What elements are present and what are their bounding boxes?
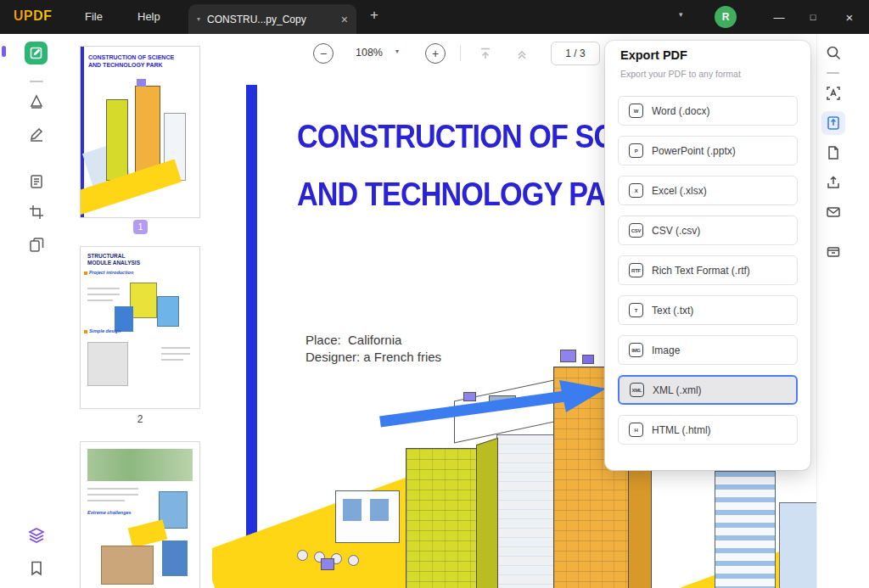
thumb-art-shape <box>137 79 146 87</box>
format-list: W Word (.docx) P PowerPoint (.pptx) X Ex… <box>618 96 798 455</box>
thumb3-caption: Extreme challenges <box>87 510 132 515</box>
building-side-shape <box>476 438 498 588</box>
format-csv-button[interactable]: CSV CSV (.csv) <box>618 216 798 245</box>
edit-pen-tool-icon[interactable] <box>26 124 47 144</box>
bullet-dot <box>84 272 87 275</box>
thumb-photo <box>101 546 154 585</box>
archive-box-icon[interactable] <box>825 243 842 260</box>
search-icon[interactable] <box>825 44 842 61</box>
format-label: Text (.txt) <box>652 305 693 316</box>
rail-divider <box>26 71 47 92</box>
format-image-button[interactable]: IMG Image <box>618 335 798 365</box>
collapse-toolbar-icon[interactable] <box>477 45 494 62</box>
cube-shape <box>560 350 576 362</box>
thumb2-bullet-2: Simple design <box>89 328 121 333</box>
mail-icon[interactable] <box>825 204 842 221</box>
thumbnail-1-badge: 1 <box>133 220 148 234</box>
image-icon: IMG <box>629 343 643 357</box>
thumb-photo <box>87 449 193 481</box>
avatar[interactable]: R <box>715 6 737 28</box>
format-txt-button[interactable]: T Text (.txt) <box>618 295 798 325</box>
layers-icon[interactable] <box>26 525 47 546</box>
zoom-caret-icon[interactable]: ▾ <box>395 48 399 55</box>
format-excel-button[interactable]: X Excel (.xlsx) <box>618 176 798 205</box>
thumb-art-shape <box>157 296 179 327</box>
tab-title: CONSTRU...py_Copy <box>207 14 334 25</box>
format-label: Image <box>652 344 680 356</box>
building-shape <box>715 471 776 588</box>
right-tool-rail <box>816 34 869 588</box>
export-pdf-panel: Export PDF Export your PDF to any format… <box>605 41 810 470</box>
format-html-button[interactable]: H HTML (.html) <box>618 415 798 445</box>
format-label: Word (.docx) <box>652 105 709 117</box>
thumbnail-panel: CONSTRUCTION OF SCIENCE AND TECHNOLOGY P… <box>73 34 212 588</box>
tank-shape <box>348 555 359 566</box>
thumbnail-page-2[interactable]: STRUCTURAL MODULE ANALYSIS Project intro… <box>81 247 199 408</box>
format-label: CSV (.csv) <box>652 225 700 237</box>
page-indicator[interactable]: 1 / 3 <box>551 42 600 65</box>
stamp-tool-icon[interactable] <box>26 92 47 112</box>
thumb-text-line <box>87 494 138 496</box>
panel-indicator-dot <box>2 46 6 57</box>
updf-logo: UPDF <box>14 8 53 24</box>
html-icon: H <box>629 423 643 437</box>
zoom-level[interactable]: 108% <box>348 47 390 59</box>
crop-tool-icon[interactable] <box>26 202 47 222</box>
updf-window: UPDF File Help ▾ CONSTRU...py_Copy × + ▾… <box>0 0 869 588</box>
building-shape <box>406 448 477 588</box>
export-panel-title: Export PDF <box>620 48 687 62</box>
thumb-text-line <box>87 488 138 490</box>
csv-icon: CSV <box>629 223 643 238</box>
cube-shape <box>321 558 334 570</box>
document-tab[interactable]: ▾ CONSTRU...py_Copy × <box>188 4 356 34</box>
thumb-text-line <box>161 353 190 355</box>
thumbnail-page-1[interactable]: CONSTRUCTION OF SCIENCE AND TECHNOLOGY P… <box>81 47 199 217</box>
xml-icon: XML <box>630 383 644 397</box>
rtf-icon: RTF <box>629 263 643 277</box>
maximize-button[interactable]: □ <box>796 0 830 34</box>
scroll-top-icon[interactable] <box>513 45 530 62</box>
format-word-button[interactable]: W Word (.docx) <box>618 96 798 126</box>
format-label: Rich Text Format (.rtf) <box>652 265 750 277</box>
thumb-photo <box>87 342 128 386</box>
tab-close-icon[interactable]: × <box>341 13 348 26</box>
new-tab-button[interactable]: + <box>370 7 378 24</box>
account-chevron-icon[interactable]: ▾ <box>679 10 683 19</box>
building-shape <box>779 502 816 588</box>
doc-designer: Designer: a French fries <box>306 350 441 364</box>
menu-help[interactable]: Help <box>137 10 160 23</box>
bullet-dot <box>84 330 87 333</box>
menu-file[interactable]: File <box>85 10 103 23</box>
excel-icon: X <box>629 183 643 198</box>
thumb-text-line <box>161 359 183 361</box>
thumbnail-2-label: 2 <box>81 413 199 425</box>
format-powerpoint-button[interactable]: P PowerPoint (.pptx) <box>618 136 798 165</box>
toolbar-divider <box>460 46 461 61</box>
thumb-art-shape <box>106 99 128 181</box>
thumb-text-line <box>87 500 125 501</box>
bookmark-icon[interactable] <box>26 558 47 579</box>
thumb-text-line <box>161 347 190 349</box>
zoom-in-button[interactable]: + <box>425 43 446 64</box>
format-rtf-button[interactable]: RTF Rich Text Format (.rtf) <box>618 255 798 285</box>
window-close-button[interactable]: × <box>830 0 869 34</box>
comment-tool-icon[interactable] <box>25 42 48 64</box>
share-icon[interactable] <box>825 174 842 191</box>
left-tool-rail <box>0 34 73 588</box>
titlebar: UPDF File Help ▾ CONSTRU...py_Copy × + ▾… <box>0 0 869 34</box>
document-icon[interactable] <box>825 144 842 161</box>
organize-pages-tool-icon[interactable] <box>26 235 47 255</box>
doc-place: Place: California <box>306 333 401 347</box>
thumbnail-page-3[interactable]: Extreme challenges <box>81 442 199 588</box>
page-edit-tool-icon[interactable] <box>26 171 47 192</box>
doc-title-line2: AND TECHNOLOGY PARK <box>297 176 646 213</box>
annotation-arrow[interactable] <box>373 378 615 432</box>
tab-dropdown-icon[interactable]: ▾ <box>197 15 200 23</box>
zoom-out-button[interactable]: − <box>313 43 334 64</box>
format-xml-button[interactable]: XML XML (.xml) <box>618 375 798 405</box>
ocr-icon[interactable] <box>825 85 842 102</box>
export-panel-subtitle: Export your PDF to any format <box>620 69 741 79</box>
export-pdf-icon[interactable] <box>821 111 845 135</box>
minimize-button[interactable]: — <box>762 0 796 34</box>
thumb-text-line <box>87 288 120 289</box>
